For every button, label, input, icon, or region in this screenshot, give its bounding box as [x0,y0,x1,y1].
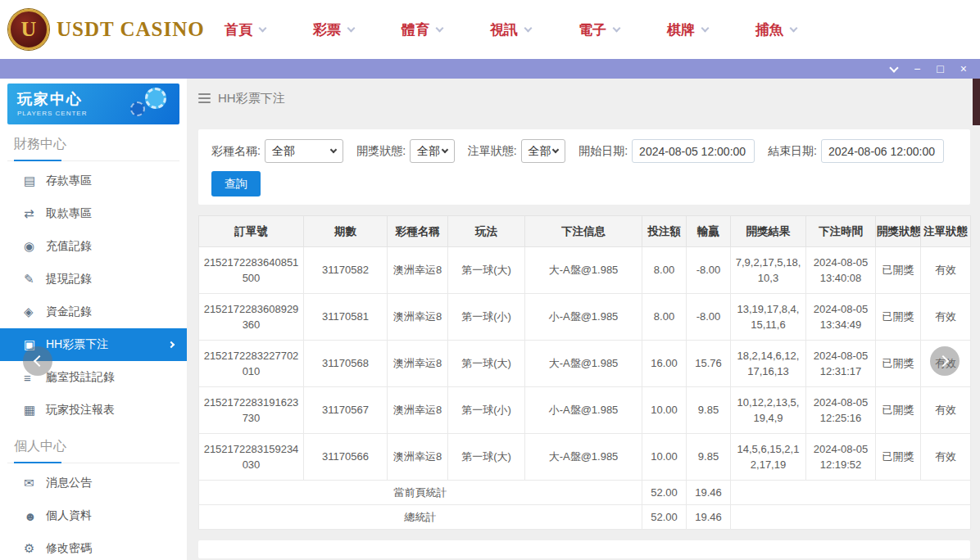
cell-lottery-name: 澳洲幸运8 [388,247,448,294]
nav-item-7[interactable]: 捕魚 [755,20,796,39]
logo-text: USDT CASINO [57,18,205,41]
cell-bet-time: 2024-08-05 13:34:49 [806,294,876,341]
bet-records-table: 訂單號期數彩種名稱玩法下注信息投注額輸贏開獎結果下注時間開獎狀態注單狀態 215… [198,215,970,530]
collapse-button[interactable] [891,67,897,71]
end-date-label: 結束日期: [768,144,817,159]
lottery-name-select[interactable]: 全部 [265,139,343,163]
cell-play-type: 第一球(大) [448,247,525,294]
chevron-down-icon [524,24,533,32]
table-row: 215217228315923403031170566澳洲幸运8第一球(大)大-… [199,434,971,481]
expand-panel-button[interactable] [930,346,960,376]
cell-bet-info: 大-A盤@1.985 [525,341,642,387]
sidebar-item-withdrawal-record[interactable]: ✎提現記錄 [7,263,179,296]
summary-row: 總統計52.0019.46 [199,505,971,530]
cell-bet-time: 2024-08-05 12:31:17 [806,341,876,387]
cell-lottery-name: 澳洲幸运8 [388,341,448,387]
column-header-bet-time: 下注時間 [806,216,876,247]
cell-draw-result: 7,9,2,17,5,18,10,3 [731,247,806,294]
sidebar-item-label: 個人資料 [46,508,92,523]
maximize-button[interactable]: □ [937,63,943,75]
column-header-win-loss: 輸贏 [687,216,731,247]
start-date-input[interactable] [632,139,755,163]
sidebar-menu: 財務中心▤存款專區⇄取款專區◉充值記錄✎提現記錄◈資金記錄▣HH彩票下注≡廳室投… [7,124,179,560]
sidebar-item-profile[interactable]: ☻個人資料 [7,499,179,532]
cell-order-no: 2152172283640851500 [199,247,304,294]
sidebar-item-bet-report[interactable]: ▦玩家投注報表 [7,394,179,427]
chevron-left-icon [34,355,45,367]
sidebar-section-title: 個人中心 [7,427,179,463]
cell-bet-time: 2024-08-05 12:25:16 [806,387,876,434]
close-button[interactable]: × [960,63,967,75]
deposit-icon: ▤ [24,174,46,188]
player-center-header: 玩家中心 PLAYERS CENTER [7,84,179,124]
chevron-down-icon [552,147,559,153]
cell-draw-status: 已開獎 [876,341,921,387]
cell-bet-amount: 8.00 [642,247,687,294]
nav-item-3[interactable]: 體育 [402,20,442,39]
cell-win-loss: -8.00 [687,294,731,341]
cell-lottery-name: 澳洲幸运8 [388,294,448,341]
column-header-play-type: 玩法 [448,216,525,247]
window-title-bar: − □ × [0,59,980,79]
page-title: HH彩票下注 [218,91,285,106]
chevron-right-icon [168,341,175,348]
draw-status-select[interactable]: 全部 [410,139,455,163]
announcement-icon: ✉ [24,476,46,490]
chevron-down-icon [613,24,621,32]
cell-period: 31170566 [304,434,388,481]
cell-bet-time: 2024-08-05 13:40:08 [806,247,876,294]
withdraw-icon: ⇄ [24,206,46,221]
chevron-down-icon [701,24,710,32]
chevron-down-icon [347,24,356,32]
sidebar-item-withdraw[interactable]: ⇄取款專區 [7,197,179,230]
sidebar-item-funds-record[interactable]: ◈資金記錄 [7,296,179,328]
order-status-select[interactable]: 全部 [521,139,566,163]
nav-item-label: 視訊 [490,20,518,39]
poker-chip-icon [130,102,145,116]
sidebar-item-password[interactable]: ⚙修改密碼 [7,532,179,560]
sidebar-item-announcement[interactable]: ✉消息公告 [7,467,179,499]
sidebar-item-label: 存款專區 [46,174,92,188]
sidebar-item-label: 取款專區 [46,206,92,221]
menu-toggle-icon[interactable] [198,93,211,103]
sidebar-item-deposit[interactable]: ▤存款專區 [7,165,179,197]
bet-report-icon: ▦ [24,403,46,418]
cell-order-no: 2152172283191623730 [199,387,304,434]
sidebar-item-label: 廳室投註記錄 [46,370,115,385]
nav-item-6[interactable]: 棋牌 [667,20,708,39]
sidebar-section-title: 財務中心 [7,124,179,161]
draw-status-label: 開獎狀態: [356,144,406,159]
end-date-input[interactable] [821,139,944,163]
cell-bet-info: 小-A盤@1.985 [525,387,642,434]
sidebar-item-label: HH彩票下注 [46,337,108,352]
profile-icon: ☻ [24,509,46,523]
scrollbar-thumb[interactable] [973,79,980,125]
cell-order-no: 2152172283227702010 [199,341,304,387]
cell-draw-status: 已開獎 [876,434,921,481]
column-header-bet-info: 下注信息 [525,216,642,247]
summary-row: 當前頁統計52.0019.46 [199,481,971,505]
sidebar-item-label: 提現記錄 [46,272,92,287]
summary-win-loss-total: 19.46 [687,505,731,530]
logo-letter: U [21,17,37,42]
chevron-down-icon [441,147,447,153]
nav-item-1[interactable]: 首頁 [225,20,265,39]
cell-play-type: 第一球(小) [448,294,525,341]
search-button[interactable]: 查詢 [211,171,261,196]
cell-win-loss: 9.85 [687,434,731,481]
cell-order-status: 有效 [921,434,971,481]
nav-item-4[interactable]: 視訊 [490,20,531,39]
collapse-sidebar-button[interactable] [23,346,52,376]
nav-item-5[interactable]: 電子 [578,20,619,39]
sidebar-item-recharge-record[interactable]: ◉充值記錄 [7,230,179,263]
cell-win-loss: 15.76 [687,341,731,387]
start-date-label: 開始日期: [578,144,628,159]
password-icon: ⚙ [24,541,46,556]
nav-item-2[interactable]: 彩票 [313,20,354,39]
minimize-button[interactable]: − [914,63,920,75]
poker-chip-icon [145,88,166,109]
order-status-value: 全部 [529,144,551,159]
column-header-period: 期數 [304,216,388,247]
site-header: U USDT CASINO 首頁彩票體育視訊電子棋牌捕魚 [0,0,980,59]
logo[interactable]: U USDT CASINO [8,9,201,50]
